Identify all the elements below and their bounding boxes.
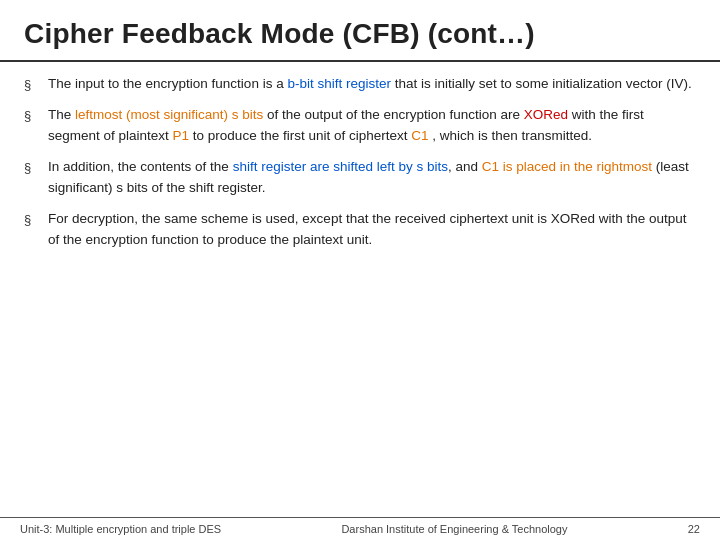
- bullet-text-3: In addition, the contents of the shift r…: [48, 157, 696, 199]
- bullet-item-3: §In addition, the contents of the shift …: [24, 157, 696, 199]
- content-area: §The input to the encryption function is…: [0, 62, 720, 517]
- footer-right: 22: [688, 523, 700, 535]
- bullet-item-2: §The leftmost (most significant) s bits …: [24, 105, 696, 147]
- title-bar: Cipher Feedback Mode (CFB) (cont…): [0, 0, 720, 62]
- bullet-icon-3: §: [24, 158, 42, 178]
- footer: Unit-3: Multiple encryption and triple D…: [0, 517, 720, 540]
- bullet-item-4: §For decryption, the same scheme is used…: [24, 209, 696, 251]
- bullet-icon-4: §: [24, 210, 42, 230]
- bullet-text-4: For decryption, the same scheme is used,…: [48, 209, 696, 251]
- bullet-item-1: §The input to the encryption function is…: [24, 74, 696, 95]
- bullet-text-2: The leftmost (most significant) s bits o…: [48, 105, 696, 147]
- bullet-icon-2: §: [24, 106, 42, 126]
- bullet-text-1: The input to the encryption function is …: [48, 74, 696, 95]
- bullet-icon-1: §: [24, 75, 42, 95]
- footer-center: Darshan Institute of Engineering & Techn…: [341, 523, 567, 535]
- footer-left: Unit-3: Multiple encryption and triple D…: [20, 523, 221, 535]
- slide-title: Cipher Feedback Mode (CFB) (cont…): [24, 18, 696, 50]
- slide: Cipher Feedback Mode (CFB) (cont…) §The …: [0, 0, 720, 540]
